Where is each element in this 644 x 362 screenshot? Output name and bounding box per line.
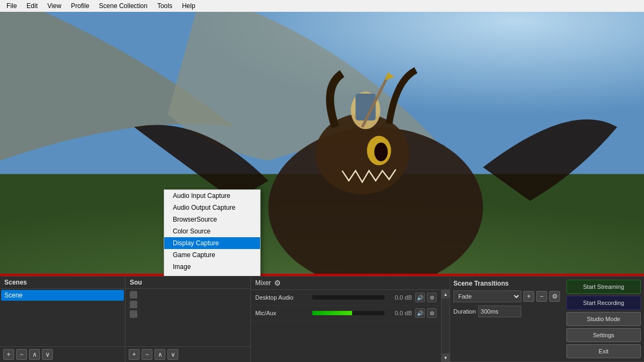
ctx-audio-input[interactable]: Audio Input Capture [164, 190, 260, 202]
mic-aux-bar [312, 311, 384, 315]
mic-aux-level [312, 311, 352, 315]
sources-header: Sou [125, 276, 250, 289]
duration-label: Duration [453, 308, 476, 315]
source-item-1[interactable] [127, 290, 249, 300]
sources-up-button[interactable]: ∧ [155, 349, 165, 360]
desktop-audio-settings-button[interactable]: ⚙ [427, 293, 437, 302]
duration-input[interactable] [478, 306, 521, 317]
mixer-main: Desktop Audio 0.0 dB 🔊 ⚙ [251, 290, 441, 362]
transitions-select-row: Fade + − ⚙ [453, 290, 560, 302]
mixer-panel: Mixer ⚙ Desktop Audio 0.0 dB [251, 276, 450, 362]
sources-down-button[interactable]: ∨ [167, 349, 178, 360]
mic-aux-slider[interactable] [312, 308, 384, 318]
sources-list [125, 289, 250, 346]
svg-point-5 [374, 143, 388, 161]
source-item-3[interactable] [127, 309, 249, 319]
mixer-scroll-down[interactable]: ▼ [442, 353, 450, 362]
mic-aux-mute-button[interactable]: 🔊 [415, 308, 425, 318]
preview-area: Audio Input Capture Audio Output Capture… [0, 12, 644, 276]
scenes-header: Scenes [0, 276, 125, 289]
preview-content [0, 12, 644, 276]
start-streaming-button[interactable]: Start Streaming [566, 280, 641, 294]
transitions-gear-button[interactable]: ⚙ [549, 291, 560, 302]
mixer-scroll-up[interactable]: ▲ [442, 290, 450, 299]
desktop-audio-controls: 🔊 ⚙ [415, 293, 437, 302]
scenes-remove-button[interactable]: − [16, 349, 27, 360]
scenes-panel: Scenes Scene + − ∧ ∨ [0, 276, 125, 362]
red-progress-bar [0, 274, 644, 276]
desktop-audio-mute-button[interactable]: 🔊 [415, 293, 425, 302]
sources-panel: Sou + − ∧ ∨ [125, 276, 251, 362]
mic-aux-controls: 🔊 ⚙ [415, 308, 437, 318]
main-area: Audio Input Capture Audio Output Capture… [0, 12, 644, 362]
sources-footer: + − ∧ ∨ [125, 346, 250, 362]
ctx-color-source[interactable]: Color Source [164, 225, 260, 237]
scenes-footer: + − ∧ ∨ [0, 346, 125, 362]
controls-panel: Start Streaming Start Recording Studio M… [563, 276, 644, 361]
desktop-audio-db: 0.0 dB [388, 294, 412, 301]
mixer-track-desktop: Desktop Audio 0.0 dB 🔊 ⚙ [251, 290, 441, 306]
transitions-add-button[interactable]: + [523, 291, 534, 302]
desktop-audio-label: Desktop Audio [255, 294, 309, 301]
mic-aux-label: Mic/Aux [255, 310, 309, 316]
source-item-2[interactable] [127, 300, 249, 309]
mixer-track-mic: Mic/Aux 0.0 dB 🔊 ⚙ [251, 306, 441, 321]
menu-edit[interactable]: Edit [22, 1, 42, 11]
transitions-remove-button[interactable]: − [536, 291, 547, 302]
mixer-header: Mixer ⚙ [251, 276, 450, 290]
source-icon-2 [130, 301, 137, 308]
ctx-game-capture[interactable]: Game Capture [164, 249, 260, 261]
menu-tools[interactable]: Tools [153, 1, 177, 11]
source-icon-1 [130, 291, 137, 299]
duration-row: Duration [453, 306, 560, 317]
mic-aux-settings-button[interactable]: ⚙ [427, 308, 437, 318]
scenes-list: Scene [0, 289, 125, 346]
menu-profile[interactable]: Profile [67, 1, 94, 11]
ctx-display-capture[interactable]: Display Capture [164, 237, 260, 249]
scenes-up-button[interactable]: ∧ [29, 349, 40, 360]
transitions-select[interactable]: Fade [453, 290, 521, 302]
menu-scene-collection[interactable]: Scene Collection [95, 1, 152, 11]
scenes-down-button[interactable]: ∨ [42, 349, 53, 360]
menu-view[interactable]: View [43, 1, 66, 11]
exit-button[interactable]: Exit [566, 344, 641, 358]
studio-mode-button[interactable]: Studio Mode [566, 312, 641, 326]
transitions-controls-row: Scene Transitions Fade + − ⚙ Duration [450, 276, 644, 361]
ctx-image[interactable]: Image [164, 261, 260, 273]
sources-add-button[interactable]: + [129, 349, 139, 360]
scenes-add-button[interactable]: + [3, 349, 14, 360]
ctx-image-slideshow[interactable]: Image Slide Show [164, 273, 260, 276]
settings-button[interactable]: Settings [566, 328, 641, 342]
bottom-panel: Scenes Scene + − ∧ ∨ Sou [0, 276, 644, 362]
desktop-audio-bar [312, 295, 384, 300]
context-menu[interactable]: Audio Input Capture Audio Output Capture… [164, 189, 261, 276]
menu-file[interactable]: File [2, 1, 21, 11]
mixer-gear-icon[interactable]: ⚙ [274, 279, 281, 287]
mixer-sources-area: Desktop Audio 0.0 dB 🔊 ⚙ [251, 290, 450, 362]
desktop-audio-slider[interactable] [312, 292, 384, 303]
menu-help[interactable]: Help [178, 1, 200, 11]
menubar: File Edit View Profile Scene Collection … [0, 0, 644, 12]
sources-remove-button[interactable]: − [142, 349, 152, 360]
right-panels: Scene Transitions Fade + − ⚙ Duration [450, 276, 644, 362]
mixer-title: Mixer [255, 279, 271, 287]
ctx-browser-source[interactable]: BrowserSource [164, 214, 260, 225]
ctx-audio-output[interactable]: Audio Output Capture [164, 202, 260, 214]
mixer-scrollbar[interactable]: ▲ ▼ [441, 290, 450, 362]
transitions-title: Scene Transitions [453, 280, 560, 287]
mic-aux-db: 0.0 dB [388, 310, 412, 316]
transitions-panel: Scene Transitions Fade + − ⚙ Duration [450, 276, 563, 361]
source-icon-3 [130, 310, 137, 318]
start-recording-button[interactable]: Start Recording [566, 296, 641, 310]
scene-item-scene[interactable]: Scene [1, 290, 124, 301]
